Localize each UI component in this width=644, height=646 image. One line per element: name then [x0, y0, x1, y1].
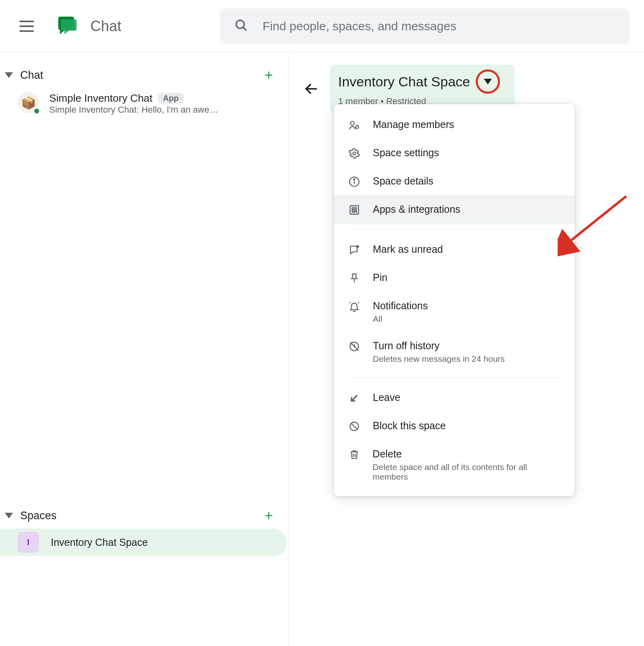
menu-pin[interactable]: Pin: [334, 264, 575, 292]
members-icon: [348, 119, 361, 131]
menu-item-label: Mark as unread: [373, 243, 443, 255]
menu-item-label: Pin: [373, 272, 387, 283]
svg-line-1: [243, 27, 247, 31]
menu-notifications[interactable]: Notifications All: [334, 292, 575, 332]
svg-line-22: [358, 302, 359, 303]
menu-item-label: Block this space: [373, 420, 446, 432]
svg-point-16: [352, 212, 353, 212]
new-chat-button[interactable]: [263, 69, 275, 81]
menu-mark-unread[interactable]: Mark as unread: [334, 235, 575, 264]
content-pane: Inventory Chat Space 1 member • Restrict…: [289, 52, 644, 646]
menu-item-sub: All: [373, 314, 428, 324]
svg-point-0: [236, 20, 244, 28]
svg-point-18: [356, 212, 357, 212]
svg-point-17: [354, 212, 355, 212]
space-item-name: Inventory Chat Space: [51, 537, 148, 548]
svg-line-27: [351, 423, 358, 430]
chat-list-item[interactable]: 📦 Simple Inventory Chat App Simple Inven…: [0, 88, 289, 119]
gear-icon: [348, 147, 361, 159]
new-space-button[interactable]: [263, 510, 275, 522]
svg-point-15: [356, 210, 357, 210]
menu-item-label: Turn off history: [373, 340, 505, 352]
space-dropdown-menu: Manage members Space settings Space deta…: [334, 104, 575, 496]
svg-point-13: [352, 210, 353, 210]
info-icon: [348, 175, 361, 187]
chat-logo-icon: [56, 15, 77, 38]
app-logo[interactable]: Chat: [56, 15, 121, 38]
svg-point-8: [354, 179, 355, 180]
svg-point-11: [354, 208, 355, 208]
svg-line-25: [351, 395, 357, 401]
chat-item-title: Simple Inventory Chat: [49, 92, 153, 105]
pin-icon: [348, 272, 361, 284]
menu-apps-integrations[interactable]: Apps & integrations: [334, 195, 575, 224]
block-icon: [348, 420, 361, 432]
svg-point-5: [353, 152, 356, 155]
space-avatar: I: [18, 532, 39, 553]
menu-item-label: Space details: [373, 175, 433, 187]
top-bar: Chat: [0, 0, 644, 52]
svg-line-30: [566, 196, 626, 245]
menu-item-label: Space settings: [373, 147, 439, 159]
trash-icon: [348, 448, 360, 460]
back-button[interactable]: [303, 81, 320, 97]
search-input[interactable]: [263, 19, 615, 33]
chat-section-label: Chat: [20, 69, 263, 82]
menu-separator: [349, 378, 560, 378]
menu-leave[interactable]: Leave: [334, 384, 575, 412]
leave-icon: [348, 392, 361, 404]
spaces-section-header[interactable]: Spaces: [0, 503, 289, 529]
menu-item-label: Manage members: [373, 119, 454, 130]
search-bar[interactable]: [220, 8, 629, 44]
menu-delete[interactable]: Delete Delete space and all of its conte…: [334, 440, 575, 490]
menu-item-label: Leave: [373, 392, 400, 403]
search-icon: [234, 19, 248, 34]
space-title: Inventory Chat Space: [338, 74, 470, 90]
menu-block-space[interactable]: Block this space: [334, 412, 575, 440]
app-name: Chat: [90, 18, 121, 35]
history-off-icon: [348, 340, 361, 352]
dropdown-trigger-highlight[interactable]: [476, 69, 500, 94]
apps-icon: [348, 203, 361, 216]
menu-item-sub: Delete space and all of its contents for…: [372, 462, 561, 482]
menu-item-label: Apps & integrations: [373, 203, 460, 215]
menu-turn-off-history[interactable]: Turn off history Deletes new messages in…: [334, 332, 575, 372]
app-badge: App: [158, 93, 184, 104]
chevron-down-icon: [5, 72, 13, 78]
chat-item-snippet: Simple Inventory Chat: Hello, I'm an awe…: [49, 105, 218, 115]
unread-icon: [348, 243, 361, 256]
sidebar: Chat 📦 Simple Inventory Chat App Simple …: [0, 52, 289, 646]
bell-icon: [348, 300, 361, 312]
caret-down-icon: [484, 79, 492, 84]
svg-point-10: [352, 208, 353, 208]
spaces-section-label: Spaces: [20, 510, 263, 522]
presence-indicator: [33, 107, 40, 115]
menu-space-details[interactable]: Space details: [334, 167, 575, 195]
svg-point-19: [356, 245, 359, 248]
svg-line-21: [349, 302, 350, 303]
menu-separator: [349, 229, 560, 230]
svg-point-12: [356, 208, 357, 208]
menu-item-label: Notifications: [373, 300, 428, 312]
chat-section-header[interactable]: Chat: [0, 62, 289, 88]
space-list-item[interactable]: I Inventory Chat Space: [0, 529, 287, 556]
menu-space-settings[interactable]: Space settings: [334, 139, 575, 167]
menu-manage-members[interactable]: Manage members: [334, 111, 575, 139]
menu-item-sub: Deletes new messages in 24 hours: [373, 354, 505, 364]
annotation-arrow: [558, 192, 630, 257]
svg-point-14: [354, 210, 355, 210]
menu-icon[interactable]: [19, 21, 34, 32]
chevron-down-icon: [5, 513, 13, 518]
svg-point-3: [351, 122, 354, 125]
menu-item-label: Delete: [372, 448, 561, 460]
